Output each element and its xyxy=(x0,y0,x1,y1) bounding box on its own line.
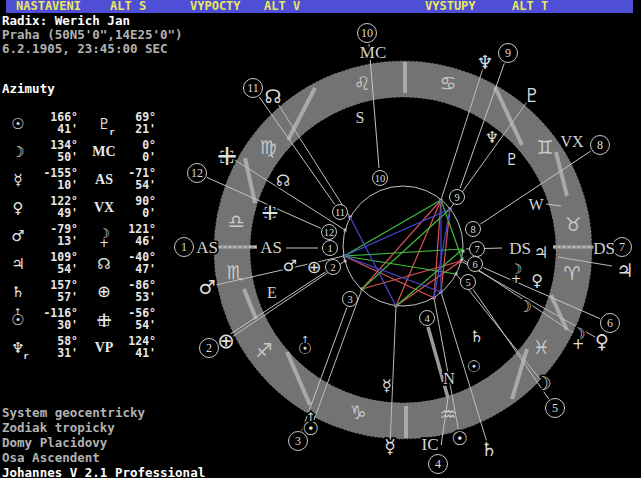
settings-line-3: Domy Placidovy xyxy=(2,436,107,449)
zodiac-aquarius-icon: ♒ xyxy=(439,403,456,425)
zodiac-cancer-icon: ♋ xyxy=(439,72,456,94)
venus-outer-icon: ♀ xyxy=(595,330,609,352)
aspect-line-red-1 xyxy=(362,200,441,289)
house-6-outer-number: 6 xyxy=(607,316,613,330)
venus-inner-icon: ♀ xyxy=(531,271,543,290)
spirit-inner-icon: + xyxy=(260,198,279,225)
as-label-outer: AS xyxy=(196,238,218,257)
ds-label-outer: DS xyxy=(593,239,615,258)
ic-label: IC xyxy=(422,435,439,454)
settings-line-2: Zodiak tropicky xyxy=(2,421,115,434)
zodiac-sagittarius-icon: ♐ xyxy=(255,339,272,361)
zodiac-scorpio-icon: ♏ xyxy=(226,261,243,283)
zodiac-libra-icon: ♎ xyxy=(227,210,244,232)
ds-label-inner: DS xyxy=(509,239,531,258)
neptune-inner-icon: ♆ xyxy=(485,128,499,147)
house-5-inner-number: 5 xyxy=(465,277,470,288)
house-3-outer-number: 3 xyxy=(295,434,301,448)
pluto-outer-icon: ♇ xyxy=(523,84,540,106)
house-5-outer-number: 5 xyxy=(552,401,558,415)
house-8-inner-number: 8 xyxy=(470,224,475,235)
house-4-inner-number: 4 xyxy=(424,313,430,324)
compass-s-label: S xyxy=(356,109,365,126)
house-8-outer-number: 8 xyxy=(597,138,603,152)
node-outer-icon: ☊ xyxy=(265,85,282,107)
saturn-outer-icon: ♄ xyxy=(480,438,497,460)
as-label-inner: AS xyxy=(260,238,282,257)
aspect-line-green-13 xyxy=(396,249,463,306)
uranus-inner-icon: ↑ xyxy=(301,334,309,345)
house-1-inner-number: 1 xyxy=(327,243,332,254)
pluto-inner-icon: ♇ xyxy=(505,150,519,169)
app-screen: NASTAVENIALT SVYPOCTYALT VVYSTUPYALT T R… xyxy=(0,0,641,478)
moon-inner-icon: ☽ xyxy=(518,297,532,316)
house-7-outer-number: 7 xyxy=(619,240,625,254)
house-11-inner-number: 11 xyxy=(335,207,345,218)
house-2-outer-number: 2 xyxy=(206,341,212,355)
lilith-outer-icon: + xyxy=(572,335,585,353)
house-3-inner-number: 3 xyxy=(347,294,352,305)
lilith-inner-icon: + xyxy=(511,271,522,286)
zodiac-virgo-icon: ♍ xyxy=(259,136,276,158)
house-9-outer-number: 9 xyxy=(505,46,511,60)
zodiac-capricorn-icon: ♑ xyxy=(349,401,366,423)
mercury-inner-icon: ☿ xyxy=(382,376,392,395)
mars-inner-icon: ♂ xyxy=(283,256,297,275)
zodiac-gemini-icon: ♊ xyxy=(536,136,553,158)
zodiac-aries-icon: ♈ xyxy=(563,262,580,284)
house-1-outer-number: 1 xyxy=(181,240,187,254)
sun-outer-icon: ☉ xyxy=(451,427,468,449)
zodiac-leo-icon: ♌ xyxy=(353,72,370,94)
sun-inner-icon: ☉ xyxy=(467,357,481,376)
house-12-outer-number: 12 xyxy=(191,166,203,180)
saturn-inner-icon: ♄ xyxy=(470,327,484,346)
node-inner-icon: ☊ xyxy=(276,171,290,190)
compass-n-label: N xyxy=(443,370,455,387)
house-2-inner-number: 2 xyxy=(330,262,335,273)
ic-axis-line-thick xyxy=(428,327,448,398)
compass-w-label: W xyxy=(528,196,544,213)
settings-line-4: Osa Ascendent xyxy=(2,451,100,464)
house-6-inner-number: 6 xyxy=(472,259,477,270)
neptune-outer-icon: ♆ xyxy=(476,51,493,73)
jupiter-outer-icon: ♃ xyxy=(616,259,633,281)
house-11-outer-number: 11 xyxy=(247,81,259,95)
jupiter-inner-icon: ♃ xyxy=(534,243,548,262)
uranus-outer-icon: ↑ xyxy=(306,410,316,424)
compass-e-label: E xyxy=(267,284,277,301)
house-4-outer-number: 4 xyxy=(435,457,441,471)
settings-line-1: System geocentricky xyxy=(2,406,145,419)
house-10-outer-number: 10 xyxy=(361,26,373,40)
vertex-label: VX xyxy=(560,133,584,150)
zodiac-taurus-icon: ♉ xyxy=(564,213,581,235)
mars-outer-icon: ♂ xyxy=(198,276,215,298)
zodiac-pisces-icon: ♓ xyxy=(532,336,549,358)
fortune-outer-icon: ⊕ xyxy=(217,329,235,353)
fortune-inner-icon: ⊕ xyxy=(307,257,322,277)
moon-outer-icon: ☽ xyxy=(534,372,551,394)
mercury-outer-icon: ☿ xyxy=(384,435,396,457)
spirit-outer-icon: + xyxy=(215,139,238,171)
aspect-line-green-8 xyxy=(344,200,441,256)
house-10-inner-number: 10 xyxy=(375,173,386,184)
house-12-inner-number: 12 xyxy=(324,227,335,238)
house-9-inner-number: 9 xyxy=(454,192,459,203)
mc-label: MC xyxy=(360,43,386,62)
app-version-label: Johannes V 2.1 Professional xyxy=(2,466,205,478)
house-7-inner-number: 7 xyxy=(474,244,479,255)
